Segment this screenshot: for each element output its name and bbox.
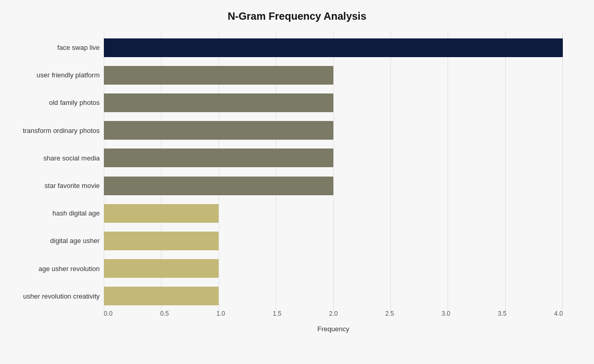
- chart-area: face swap liveuser friendly platformold …: [104, 32, 563, 333]
- bar-row: transform ordinary photos: [104, 118, 563, 143]
- bar-row: hash digital age: [104, 201, 563, 226]
- bar-6: [104, 204, 219, 223]
- bar-row: old family photos: [104, 90, 563, 115]
- x-tick-8: 4.0: [554, 310, 563, 317]
- bar-row: user friendly platform: [104, 63, 563, 88]
- bar-9: [104, 287, 219, 305]
- x-tick-1: 0.5: [160, 310, 169, 317]
- bar-label: old family photos: [4, 99, 100, 106]
- x-tick-2: 1.0: [217, 310, 225, 317]
- bars-wrapper: face swap liveuser friendly platformold …: [104, 32, 563, 312]
- x-tick-5: 2.5: [385, 310, 394, 317]
- bar-label: hash digital age: [4, 209, 100, 217]
- bar-label: face swap live: [4, 44, 100, 51]
- bar-4: [104, 149, 333, 167]
- x-tick-3: 1.5: [273, 310, 281, 317]
- x-axis-label: Frequency: [317, 325, 349, 333]
- bar-label: transform ordinary photos: [4, 127, 100, 134]
- chart-title: N-Gram Frequency Analysis: [31, 10, 563, 22]
- bar-7: [104, 232, 219, 250]
- bar-label: digital age usher: [4, 237, 100, 245]
- bar-row: age usher revolution: [104, 256, 563, 281]
- bar-row: usher revolution creativity: [104, 284, 563, 308]
- x-axis: 0.00.51.01.52.02.53.03.54.0: [104, 310, 563, 317]
- bar-5: [104, 177, 333, 195]
- x-tick-4: 2.0: [329, 310, 338, 317]
- bar-label: age usher revolution: [4, 265, 100, 273]
- x-tick-0: 0.0: [104, 310, 113, 317]
- bar-label: star favorite movie: [4, 182, 100, 190]
- bar-row: share social media: [104, 145, 563, 170]
- bar-row: face swap live: [104, 35, 563, 60]
- bar-label: user friendly platform: [4, 71, 100, 79]
- bar-2: [104, 93, 333, 112]
- bar-label: share social media: [4, 154, 100, 162]
- bar-row: star favorite movie: [104, 173, 563, 198]
- bar-3: [104, 121, 333, 140]
- bar-0: [104, 38, 563, 57]
- bar-label: usher revolution creativity: [4, 292, 100, 300]
- bar-1: [104, 66, 333, 85]
- chart-container: N-Gram Frequency Analysis face swap live…: [0, 0, 594, 364]
- x-tick-6: 3.0: [441, 310, 450, 317]
- x-tick-7: 3.5: [498, 310, 507, 317]
- bar-row: digital age usher: [104, 228, 563, 253]
- bar-8: [104, 259, 219, 278]
